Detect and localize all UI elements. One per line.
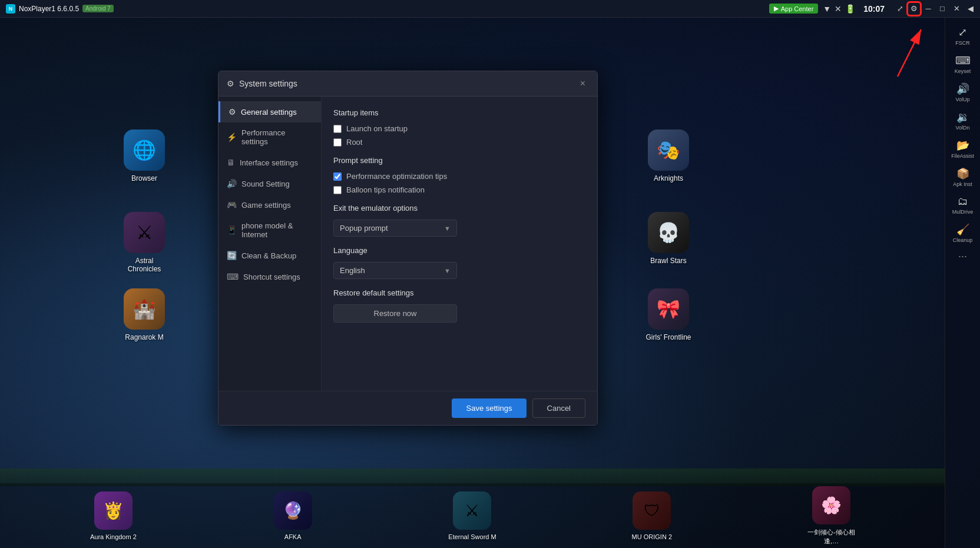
shortcut-icon: ⌨ (227, 272, 239, 281)
language-dropdown-value: English (340, 266, 365, 275)
sidebar-fscr[interactable]: ⤢ FSCR (948, 22, 978, 49)
maximize-button[interactable]: □ (936, 3, 948, 15)
nav-game[interactable]: 🎮 Game settings (218, 194, 321, 215)
girls-icon[interactable]: 🎀 Girls' Frontline (642, 288, 695, 341)
sidebar-cleanup[interactable]: 🧹 Cleanup (948, 220, 978, 247)
nav-phone[interactable]: 📱 phone model & Internet (218, 215, 321, 245)
brawl-img: 💀 (648, 212, 689, 253)
arknights-icon[interactable]: 🎭 Arknights (642, 129, 695, 182)
exit-dropdown-value: Popup prompt (340, 224, 388, 233)
backup-label: Clean & Backup (241, 251, 296, 260)
topbar-logo: N NoxPlayer1 6.6.0.5 Android 7 (0, 4, 120, 14)
sidebar-more-button[interactable]: ··· (958, 250, 967, 263)
general-label: General settings (241, 108, 297, 117)
afka-icon[interactable]: 🔮 AFKA (263, 491, 322, 540)
aura-icon[interactable]: 👸 Aura Kingdom 2 (84, 491, 143, 540)
balloon-tips-label: Balloon tips notification (346, 185, 425, 194)
nav-sound[interactable]: 🔊 Sound Setting (218, 173, 321, 194)
voldn-label: VolDn (955, 125, 969, 131)
sidebar-toggle[interactable]: ◀ (965, 3, 976, 15)
ragnarok-label: Ragnarok M (125, 333, 163, 341)
browser-img: 🌐 (124, 129, 165, 171)
muldrive-icon: 🗂 (958, 195, 968, 208)
settings-dialog: ⚙ System settings × ⚙ General settings ⚡… (218, 71, 598, 426)
jianjian-img: 🌸 (812, 486, 850, 524)
launch-on-startup-checkbox[interactable] (333, 125, 342, 133)
launch-on-startup-row: Launch on startup (333, 124, 585, 133)
keyset-icon: ⌨ (955, 54, 971, 67)
sidebar-muldrive[interactable]: 🗂 MulDrive (948, 192, 978, 218)
cross-icon: ✕ (835, 4, 842, 14)
cleanup-icon: 🧹 (956, 223, 969, 236)
sidebar-fileassist[interactable]: 📂 FileAssist (948, 135, 978, 162)
root-label: Root (346, 138, 362, 147)
backup-icon: 🔄 (227, 251, 237, 260)
nav-backup[interactable]: 🔄 Clean & Backup (218, 245, 321, 266)
nav-general[interactable]: ⚙ General settings (218, 101, 321, 122)
browser-label: Browser (131, 174, 157, 182)
dialog-title-text: System settings (239, 79, 572, 88)
girls-label: Girls' Frontline (646, 333, 691, 341)
balloon-tips-checkbox[interactable] (333, 186, 342, 194)
interface-icon: 🖥 (227, 158, 235, 167)
mu-img: 🛡 (633, 491, 671, 530)
nav-shortcut[interactable]: ⌨ Shortcut settings (218, 266, 321, 287)
cancel-button[interactable]: Cancel (532, 398, 585, 418)
nox-icon: N (6, 4, 15, 14)
clock: 10:07 (859, 4, 889, 14)
minimize-button[interactable]: ─ (922, 3, 934, 15)
settings-button[interactable]: ⚙ (908, 3, 920, 15)
sidebar-voldn[interactable]: 🔉 VolDn (948, 107, 978, 134)
sidebar-volup[interactable]: 🔊 VolUp (948, 79, 978, 106)
language-section-title: Language (333, 246, 585, 255)
nav-performance[interactable]: ⚡ Performance settings (218, 122, 321, 152)
fscr-label: FSCR (955, 40, 970, 46)
dialog-footer: Save settings Cancel (218, 391, 597, 425)
nav-interface[interactable]: 🖥 Interface settings (218, 152, 321, 173)
ragnarok-icon[interactable]: 🏰 Ragnarok M (118, 288, 171, 341)
app-center-icon: ▶ (774, 5, 779, 12)
language-dropdown-chevron: ▼ (444, 267, 451, 274)
dialog-title-bar: ⚙ System settings × (218, 71, 597, 97)
android-badge: Android 7 (82, 5, 114, 12)
volup-icon: 🔊 (956, 82, 969, 95)
ragnarok-img: 🏰 (124, 288, 165, 330)
game-label: Game settings (241, 201, 291, 210)
game-icon: 🎮 (227, 200, 237, 210)
afka-img: 🔮 (274, 491, 312, 530)
sidebar-apkinst[interactable]: 📦 Apk Inst (948, 164, 978, 191)
restore-now-button[interactable]: Restore now (333, 304, 457, 323)
app-center-button[interactable]: ▶ App Center (769, 4, 819, 14)
topbar-right: ▶ App Center ▼ ✕ 🔋 10:07 ⤢ ⚙ ─ □ ✕ ◀ (766, 3, 980, 15)
dialog-close-button[interactable]: × (577, 77, 589, 90)
sound-icon: 🔊 (227, 179, 237, 188)
mu-icon[interactable]: 🛡 MU ORIGIN 2 (623, 491, 681, 540)
fscr-button[interactable]: ⤢ (894, 3, 906, 15)
brawl-icon[interactable]: 💀 Brawl Stars (642, 212, 695, 265)
aura-label: Aura Kingdom 2 (90, 533, 137, 540)
balloon-tips-row: Balloon tips notification (333, 185, 585, 194)
browser-icon[interactable]: 🌐 Browser (118, 129, 171, 182)
astral-icon[interactable]: ⚔ Astral Chronicles (118, 212, 171, 273)
keyset-label: Keyset (955, 68, 971, 74)
jianjian-icon[interactable]: 🌸 一剑倾心-倾心相逢,… (802, 486, 861, 546)
jianjian-label: 一剑倾心-倾心相逢,… (802, 528, 861, 546)
dialog-title-icon: ⚙ (227, 79, 234, 88)
eternal-label: Eternal Sword M (448, 533, 496, 540)
sound-label: Sound Setting (241, 180, 290, 188)
app-center-label: App Center (781, 5, 814, 12)
perf-tips-checkbox[interactable] (333, 172, 342, 181)
phone-label: phone model & Internet (241, 221, 313, 239)
close-button[interactable]: ✕ (951, 3, 962, 15)
sidebar-keyset[interactable]: ⌨ Keyset (948, 51, 978, 78)
eternal-icon[interactable]: ⚔ Eternal Sword M (443, 491, 502, 540)
settings-content: Startup items Launch on startup Root Pro… (322, 97, 597, 391)
bottom-bar: 👸 Aura Kingdom 2 🔮 AFKA ⚔ Eternal Sword … (0, 483, 945, 548)
language-dropdown[interactable]: English ▼ (333, 262, 457, 279)
exit-section-title: Exit the emulator options (333, 204, 585, 212)
root-checkbox[interactable] (333, 138, 342, 147)
wifi-icon: ▼ (823, 4, 831, 14)
performance-icon: ⚡ (227, 132, 237, 142)
save-settings-button[interactable]: Save settings (452, 398, 526, 418)
exit-dropdown[interactable]: Popup prompt ▼ (333, 220, 457, 237)
